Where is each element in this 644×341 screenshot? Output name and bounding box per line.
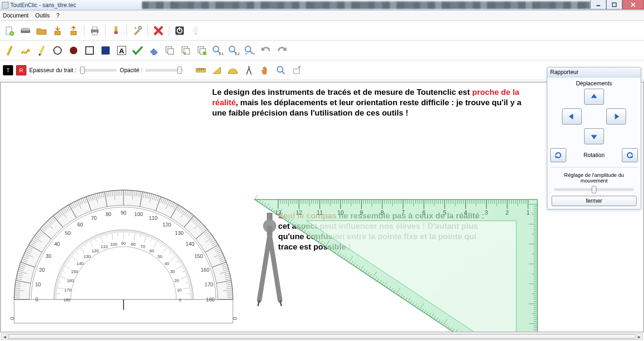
svg-point-48 [248, 67, 250, 69]
svg-line-361 [182, 267, 185, 268]
menu-document[interactable]: Document [3, 12, 29, 19]
svg-line-383 [188, 279, 190, 280]
svg-text:1-2: 1-2 [235, 52, 239, 56]
protractor-inner-label: 160 [67, 278, 74, 283]
print-button[interactable] [88, 24, 101, 37]
deplacements-label: Déplacements [576, 80, 612, 87]
delete-button[interactable] [152, 24, 165, 37]
eraser-button[interactable] [147, 44, 160, 57]
protractor-outer-label: 30 [46, 253, 51, 259]
circle-outline-button[interactable] [51, 44, 64, 57]
rotate-cw-button[interactable] [622, 148, 638, 162]
square-outline-button[interactable] [83, 44, 96, 57]
svg-line-253 [133, 230, 133, 233]
copy-button[interactable] [163, 44, 176, 57]
snap-tool-button[interactable] [290, 64, 304, 77]
menu-help[interactable]: ? [56, 12, 59, 19]
scroll-right-arrow-icon[interactable]: ▸ [636, 334, 643, 340]
import-button[interactable] [51, 24, 64, 37]
svg-line-717 [446, 324, 447, 327]
svg-rect-29 [168, 49, 173, 54]
fill-color-swatch[interactable]: R [16, 65, 26, 75]
compass-instrument[interactable] [251, 213, 289, 307]
open-folder-button[interactable] [35, 24, 48, 37]
svg-line-399 [190, 289, 192, 289]
move-right-button[interactable] [606, 108, 626, 125]
svg-line-355 [181, 264, 183, 265]
svg-line-85 [56, 283, 58, 283]
svg-line-115 [63, 266, 65, 267]
svg-line-191 [96, 235, 97, 238]
svg-line-225 [116, 230, 117, 233]
pen-yellow-button[interactable] [3, 44, 16, 57]
drawing-toolbar: A 1-1 1-2 [0, 41, 644, 60]
svg-line-103 [59, 272, 62, 273]
maximize-button[interactable] [606, 0, 622, 9]
zoom-12-button[interactable]: 1-2 [227, 44, 240, 57]
checkmark-button[interactable] [131, 44, 144, 57]
freehand-button[interactable] [19, 44, 32, 57]
export-button[interactable] [67, 24, 80, 37]
brush-button[interactable] [109, 24, 123, 37]
highlighter-button[interactable] [35, 44, 48, 57]
protractor-outer-label: 40 [54, 241, 60, 247]
panel-close-button[interactable]: fermer [552, 196, 636, 206]
svg-line-405 [190, 292, 193, 293]
move-up-button[interactable] [584, 89, 604, 105]
svg-line-699 [403, 296, 405, 299]
svg-line-183 [92, 237, 93, 240]
svg-point-34 [203, 51, 206, 55]
scanner-button[interactable] [19, 24, 32, 37]
zoom-fit-button[interactable] [243, 44, 256, 57]
hand-tool-button[interactable] [258, 64, 272, 77]
zoom-tool-button[interactable] [274, 64, 288, 77]
paste-button[interactable] [179, 44, 192, 57]
svg-line-173 [87, 240, 88, 242]
svg-rect-9 [55, 31, 60, 35]
svg-rect-14 [115, 26, 117, 31]
setsquare-tool-button[interactable] [210, 64, 223, 77]
square-fill-button[interactable] [99, 44, 112, 57]
move-left-button[interactable] [562, 108, 582, 125]
rapporteur-panel[interactable]: Rapporteur Déplacements Rotation Réglage… [547, 67, 641, 209]
zoom-11-button[interactable]: 1-1 [211, 44, 224, 57]
undo-button[interactable] [259, 44, 272, 57]
power-button[interactable] [173, 24, 186, 37]
protractor-tool-button[interactable] [226, 64, 239, 77]
opacity-slider[interactable] [145, 69, 183, 72]
circle-fill-button[interactable] [67, 44, 80, 57]
duplicate-button[interactable] [195, 44, 208, 57]
compass-tool-button[interactable] [242, 64, 256, 77]
tools-button[interactable] [131, 24, 144, 37]
thickness-slider[interactable] [79, 69, 117, 72]
rotate-ccw-button[interactable] [550, 148, 566, 162]
horizontal-scrollbar[interactable]: ◂ ▸ [1, 333, 643, 340]
svg-line-389 [189, 283, 191, 283]
protractor-outer-label: 20 [39, 267, 45, 273]
svg-line-211 [108, 232, 108, 234]
text-color-swatch[interactable]: T [3, 65, 13, 75]
text-button[interactable]: A [115, 44, 128, 57]
move-down-button[interactable] [584, 128, 604, 144]
scroll-left-arrow-icon[interactable]: ◂ [1, 334, 8, 340]
close-button[interactable] [622, 0, 644, 9]
svg-line-375 [186, 274, 189, 275]
new-page-button[interactable]: + [3, 24, 16, 37]
svg-line-385 [188, 280, 190, 281]
amplitude-slider[interactable] [554, 188, 634, 191]
svg-line-401 [190, 290, 193, 290]
toolbar-separator [105, 25, 106, 36]
lightbulb-button[interactable] [189, 24, 202, 37]
protractor-instrument[interactable]: 0180101702016030150401405013060120701108… [10, 167, 237, 333]
svg-line-175 [88, 240, 89, 242]
ruler-tool-button[interactable] [194, 64, 207, 77]
protractor-outer-label: 110 [149, 215, 157, 221]
scrollbar-thumb[interactable] [8, 334, 636, 339]
redo-button[interactable] [275, 44, 289, 57]
svg-line-371 [185, 272, 188, 273]
svg-line-359 [182, 266, 184, 267]
svg-line-311 [164, 244, 165, 246]
menu-outils[interactable]: Outils [35, 12, 50, 19]
minimize-button[interactable] [590, 0, 606, 9]
svg-line-129 [67, 258, 69, 260]
